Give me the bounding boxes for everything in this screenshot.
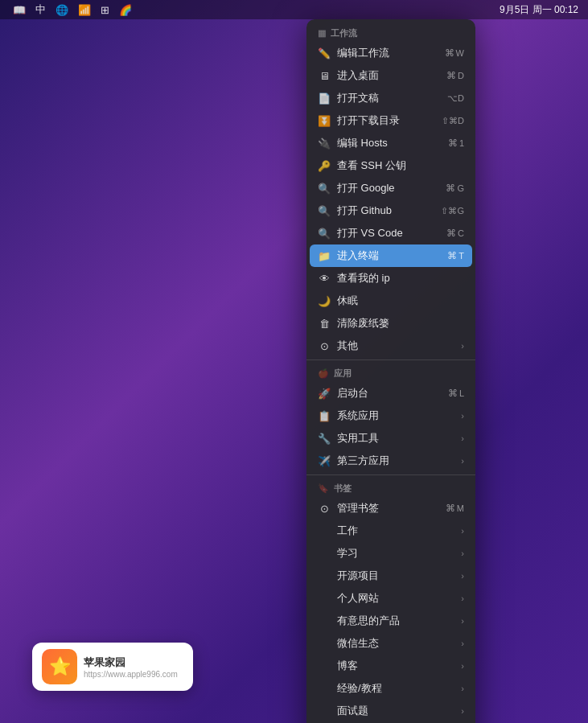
edit-workflow-label: 编辑工作流 <box>337 46 438 60</box>
menu-item-open-google[interactable]: 🔍 打开 Google ⌘G <box>306 177 475 199</box>
other-label: 其他 <box>337 339 454 353</box>
badge-url: https://www.apple996.com <box>84 670 178 679</box>
go-desktop-icon: 🖥 <box>318 70 331 82</box>
menu-item-edit-hosts[interactable]: 🔌 编辑 Hosts ⌘1 <box>306 132 475 154</box>
study-arrow: › <box>461 548 464 558</box>
other-arrow: › <box>461 341 464 351</box>
open-doc-shortcut: ⌥D <box>447 93 464 104</box>
sleep-icon: 🌙 <box>318 295 331 307</box>
menu-item-system-apps[interactable]: 📋 系统应用 › <box>306 405 475 427</box>
view-ssh-label: 查看 SSH 公钥 <box>337 158 464 173</box>
open-vscode-shortcut: ⌘C <box>446 228 464 239</box>
workflow-section-label: 工作流 <box>331 27 357 39</box>
menu-item-manage-bookmarks[interactable]: ⊙ 管理书签 ⌘M <box>306 497 475 520</box>
chinese-icon[interactable]: 中 <box>35 2 46 17</box>
enter-terminal-label: 进入终端 <box>337 249 441 263</box>
menu-item-experience-tutorial[interactable]: 经验/教程 › <box>306 677 475 700</box>
personal-site-label: 个人网站 <box>337 591 454 606</box>
manage-bookmarks-icon: ⊙ <box>318 503 331 515</box>
menu-item-wechat-ecosystem[interactable]: 微信生态 › <box>306 632 475 655</box>
menu-item-open-github[interactable]: 🔍 打开 Github ⇧⌘G <box>306 199 475 222</box>
edit-hosts-shortcut: ⌘1 <box>448 138 464 149</box>
menu-item-work[interactable]: 工作 › <box>306 520 475 542</box>
open-vscode-label: 打开 VS Code <box>337 226 440 240</box>
menu-item-study[interactable]: 学习 › <box>306 542 475 565</box>
edit-workflow-shortcut: ⌘W <box>445 47 464 59</box>
menu-item-enter-terminal[interactable]: 📁 进入终端 ⌘T <box>310 244 472 267</box>
interesting-products-arrow: › <box>461 616 464 626</box>
bookmarks-section-label: 书签 <box>334 483 352 495</box>
enter-terminal-shortcut: ⌘T <box>447 250 464 261</box>
blog-arrow: › <box>461 661 464 671</box>
edit-hosts-icon: 🔌 <box>318 138 331 150</box>
open-downloads-label: 打开下载目录 <box>337 113 435 128</box>
menu-item-edit-workflow[interactable]: ✏️ 编辑工作流 ⌘W <box>306 42 475 64</box>
interview-arrow: › <box>461 706 464 716</box>
view-ip-icon: 👁 <box>318 273 331 285</box>
menu-item-utilities[interactable]: 🔧 实用工具 › <box>306 427 475 450</box>
earth-icon[interactable]: 🌐 <box>56 4 68 16</box>
experience-tutorial-label: 经验/教程 <box>337 681 454 696</box>
menu-item-interview[interactable]: 面试题 › <box>306 700 475 722</box>
grid-icon[interactable]: ⊞ <box>101 4 109 16</box>
menu-item-sleep[interactable]: 🌙 休眠 <box>306 290 475 312</box>
menu-item-view-ssh[interactable]: 🔑 查看 SSH 公钥 <box>306 154 475 177</box>
open-github-icon: 🔍 <box>318 205 331 217</box>
menu-item-blog[interactable]: 博客 › <box>306 655 475 677</box>
open-downloads-shortcut: ⇧⌘D <box>442 116 464 126</box>
section-header-apps: 🍎 应用 <box>306 363 475 382</box>
menu-item-open-downloads[interactable]: ⏬ 打开下载目录 ⇧⌘D <box>306 109 475 132</box>
wifi-icon[interactable]: 📶 <box>78 4 91 16</box>
menu-item-launchpad[interactable]: 🚀 启动台 ⌘L <box>306 382 475 405</box>
sleep-label: 休眠 <box>337 294 464 308</box>
opensource-label: 开源项目 <box>337 569 454 583</box>
open-vscode-icon: 🔍 <box>318 228 331 240</box>
menu-item-third-party[interactable]: ✈️ 第三方应用 › <box>306 450 475 472</box>
menubar-left: 📖 中 🌐 📶 ⊞ 🌈 <box>10 2 132 17</box>
launchpad-icon: 🚀 <box>318 388 331 400</box>
section-header-bookmarks: 🔖 书签 <box>306 478 475 497</box>
blog-label: 博客 <box>337 659 454 673</box>
open-google-icon: 🔍 <box>318 183 331 195</box>
view-ip-label: 查看我的 ip <box>337 271 464 286</box>
section-header-workflow: ▦ 工作流 <box>306 23 475 42</box>
open-google-shortcut: ⌘G <box>446 183 464 194</box>
edit-workflow-icon: ✏️ <box>318 47 331 60</box>
utilities-label: 实用工具 <box>337 431 454 446</box>
personal-site-arrow: › <box>461 594 464 603</box>
open-doc-label: 打开文稿 <box>337 91 441 105</box>
empty-trash-icon: 🗑 <box>318 318 331 330</box>
launchpad-label: 启动台 <box>337 386 442 401</box>
book-icon[interactable]: 📖 <box>13 4 26 16</box>
menu-item-other[interactable]: ⊙ 其他 › <box>306 335 475 357</box>
open-github-shortcut: ⇧⌘G <box>441 206 464 216</box>
menu-item-empty-trash[interactable]: 🗑 清除废纸篓 <box>306 312 475 335</box>
apps-section-label: 应用 <box>334 368 352 380</box>
badge-title: 苹果家园 <box>84 655 178 670</box>
launchpad-shortcut: ⌘L <box>448 388 464 399</box>
work-label: 工作 <box>337 524 454 538</box>
opensource-arrow: › <box>461 571 464 581</box>
menu-item-opensource[interactable]: 开源项目 › <box>306 565 475 587</box>
interesting-products-label: 有意思的产品 <box>337 614 454 628</box>
badge-icon: ⭐ <box>42 649 77 684</box>
menu-item-go-desktop[interactable]: 🖥 进入桌面 ⌘D <box>306 64 475 87</box>
open-downloads-icon: ⏬ <box>318 115 331 127</box>
badge-text: 苹果家园 https://www.apple996.com <box>84 655 178 679</box>
manage-bookmarks-shortcut: ⌘M <box>446 503 464 514</box>
menu-item-personal-site[interactable]: 个人网站 › <box>306 587 475 610</box>
third-party-arrow: › <box>461 456 464 466</box>
utilities-icon: 🔧 <box>318 433 331 445</box>
menu-item-view-ip[interactable]: 👁 查看我的 ip <box>306 267 475 290</box>
enter-terminal-icon: 📁 <box>318 250 331 262</box>
wechat-ecosystem-label: 微信生态 <box>337 636 454 651</box>
color-icon[interactable]: 🌈 <box>119 4 132 16</box>
menu-item-open-vscode[interactable]: 🔍 打开 VS Code ⌘C <box>306 222 475 244</box>
menu-item-interesting-products[interactable]: 有意思的产品 › <box>306 610 475 632</box>
experience-tutorial-arrow: › <box>461 684 464 693</box>
menu-item-open-doc[interactable]: 📄 打开文稿 ⌥D <box>306 87 475 109</box>
workflow-section-icon: ▦ <box>318 28 326 39</box>
utilities-arrow: › <box>461 433 464 443</box>
empty-trash-label: 清除废纸篓 <box>337 316 464 331</box>
edit-hosts-label: 编辑 Hosts <box>337 136 442 150</box>
